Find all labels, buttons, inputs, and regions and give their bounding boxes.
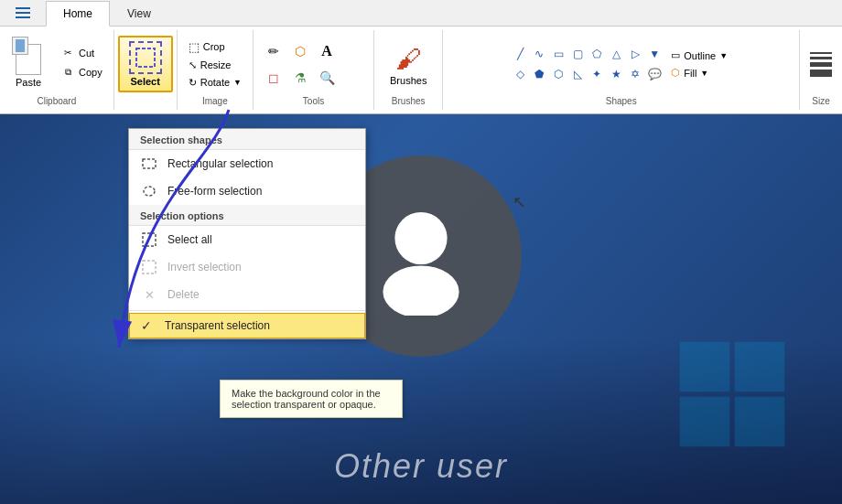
picker-tool[interactable]: ⚗ [287, 65, 313, 91]
other-user-label: Other user [334, 447, 508, 486]
outline-dropdown: ▼ [719, 51, 728, 60]
crop-button[interactable]: ⬚ Crop [185, 38, 245, 56]
svg-point-0 [394, 212, 447, 264]
poly-tool[interactable]: ⬠ [588, 45, 606, 63]
transparent-selection-item[interactable]: ✓ Transparent selection [129, 313, 365, 338]
select-all-item[interactable]: Select all [129, 226, 365, 253]
ribbon-content: Paste ✂ Cut ⧉ Copy Clipboard [0, 27, 842, 113]
rect-tool[interactable]: ▭ [549, 45, 567, 63]
menu-divider [129, 310, 365, 311]
size-thicker[interactable] [810, 70, 832, 77]
delete-item[interactable]: ✕ Delete [129, 281, 365, 308]
rotate-button[interactable]: ↻ Rotate ▼ [185, 75, 245, 91]
clipboard-group: Paste ✂ Cut ⧉ Copy Clipboard [0, 30, 114, 110]
outline-fill-options: ▭ Outline ▼ ⬡ Fill ▼ [667, 48, 731, 80]
right-tri[interactable]: ◺ [568, 65, 587, 83]
star5-tool[interactable]: ★ [607, 65, 625, 83]
line-tool[interactable]: ╱ [511, 45, 529, 63]
paste-button[interactable]: Paste [7, 30, 49, 94]
size-medium[interactable] [810, 57, 832, 59]
fill-button[interactable]: ⬡ Fill ▼ [667, 65, 731, 80]
eraser-tool[interactable]: ◻ [261, 65, 286, 91]
ribbon: Home View Paste [0, 0, 842, 114]
shapes-grid-2: ◇ ⬟ ⬡ ◺ ✦ ★ ✡ 💬 [511, 65, 664, 83]
rotate-dropdown-icon: ▼ [233, 78, 242, 87]
triangle-tool[interactable]: △ [607, 45, 625, 63]
brushes-button[interactable]: 🖌 Brushes [382, 38, 435, 91]
size-thin[interactable] [810, 52, 832, 54]
selection-shapes-label: Selection shapes [129, 129, 365, 150]
windows-logo [677, 339, 787, 449]
star6-tool[interactable]: ✡ [626, 65, 644, 83]
text-tool[interactable]: A [314, 38, 340, 64]
freeform-sel-icon [140, 182, 158, 200]
tools-label: Tools [261, 96, 366, 106]
callout-tool[interactable]: 💬 [645, 65, 664, 83]
svg-rect-10 [143, 159, 156, 168]
shapes-group: ╱ ∿ ▭ ▢ ⬠ △ ▷ ▼ ◇ ⬟ ⬡ ◺ ✦ [443, 30, 800, 110]
svg-rect-12 [143, 233, 156, 246]
svg-point-11 [144, 187, 155, 196]
svg-rect-8 [16, 16, 30, 18]
more-shapes[interactable]: ▼ [645, 45, 664, 63]
size-options [807, 52, 835, 77]
resize-icon: ⤡ [189, 59, 197, 71]
ribbon-tabs: Home View [0, 0, 842, 27]
crop-icon: ⬚ [189, 40, 200, 54]
diamond-tool[interactable]: ◇ [511, 65, 529, 83]
delete-icon: ✕ [140, 285, 158, 304]
outline-icon: ▭ [671, 49, 680, 61]
fill-icon: ⬡ [671, 67, 680, 79]
pencil-tool[interactable]: ✏ [261, 38, 286, 64]
clipboard-small-buttons: ✂ Cut ⧉ Copy [57, 44, 106, 81]
pentagon-tool[interactable]: ⬟ [530, 65, 548, 83]
clipboard-label: Clipboard [7, 96, 106, 106]
image-buttons: ⬚ Crop ⤡ Resize ↻ Rotate ▼ [185, 38, 245, 91]
roundrect-tool[interactable]: ▢ [568, 45, 587, 63]
brushes-label: Brushes [382, 96, 435, 106]
shapes-label: Shapes [447, 96, 795, 106]
svg-rect-3 [735, 342, 785, 392]
outline-button[interactable]: ▭ Outline ▼ [667, 48, 731, 63]
tools-group: ✏ ⬡ A ◻ ⚗ 🔍 Tools [254, 30, 374, 110]
copy-button[interactable]: ⧉ Copy [57, 63, 106, 81]
invert-sel-icon [140, 258, 158, 276]
svg-rect-7 [16, 12, 30, 14]
curve-tool[interactable]: ∿ [530, 45, 548, 63]
arrow-tool[interactable]: ▷ [626, 45, 644, 63]
hexagon-tool[interactable]: ⬡ [549, 65, 567, 83]
rotate-icon: ↻ [189, 77, 197, 89]
brushes-icon: 🖌 [392, 42, 425, 75]
svg-rect-5 [735, 397, 785, 447]
svg-rect-9 [136, 48, 155, 67]
magnify-tool[interactable]: 🔍 [314, 65, 340, 91]
image-group: ⬚ Crop ⤡ Resize ↻ Rotate ▼ Image [178, 30, 254, 110]
svg-rect-6 [16, 7, 30, 9]
select-all-icon [140, 231, 158, 249]
tab-view[interactable]: View [110, 1, 168, 27]
svg-rect-4 [680, 397, 730, 447]
select-button[interactable]: Select [118, 36, 173, 92]
app-menu-button[interactable] [0, 0, 46, 26]
cut-icon: ✂ [60, 46, 75, 60]
resize-button[interactable]: ⤡ Resize [185, 58, 245, 73]
fill-tool[interactable]: ⬡ [287, 38, 313, 64]
cut-button[interactable]: ✂ Cut [57, 44, 106, 62]
select-group: Select sel [114, 30, 178, 110]
select-dropdown-menu: Selection shapes Rectangular selection F… [128, 128, 366, 339]
invert-selection-item[interactable]: Invert selection [129, 253, 365, 281]
select-label: Select [130, 76, 159, 87]
paste-label: Paste [16, 77, 41, 88]
tab-home[interactable]: Home [46, 1, 110, 27]
tools-grid: ✏ ⬡ A ◻ ⚗ 🔍 [261, 38, 366, 91]
svg-rect-2 [680, 342, 730, 392]
fill-dropdown: ▼ [700, 69, 708, 78]
size-group: Size [800, 30, 842, 110]
rectangular-selection-item[interactable]: Rectangular selection [129, 150, 365, 177]
freeform-selection-item[interactable]: Free-form selection [129, 177, 365, 205]
size-thick[interactable] [810, 62, 832, 67]
star4-tool[interactable]: ✦ [588, 65, 606, 83]
select-icon [129, 41, 162, 74]
rect-sel-icon [140, 155, 158, 173]
size-label: Size [807, 96, 835, 106]
